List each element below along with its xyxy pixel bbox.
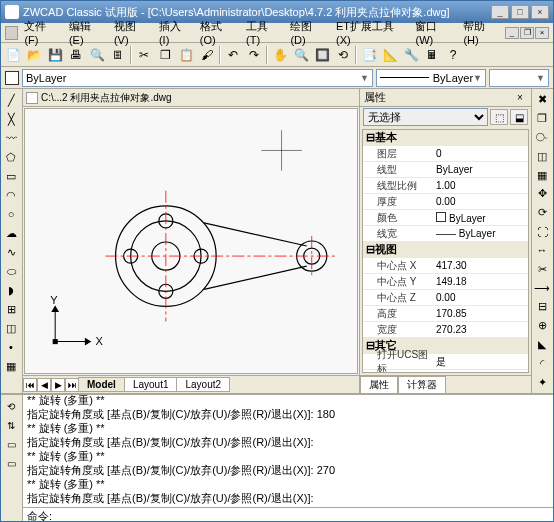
props-icon[interactable]: 📑 [359,45,379,65]
command-area: ⟲ ⇅ ▭ ▭ ** 旋转 **指定旋转角度或 [基点(B)/复制(C)/放弃(… [1,393,553,522]
offset-icon[interactable]: ◫ [533,147,551,165]
chamfer-icon[interactable]: ◣ [533,336,551,354]
properties-title: 属性 [364,90,386,105]
redo-icon[interactable]: ↷ [244,45,264,65]
match-icon[interactable]: 🖌 [197,45,217,65]
lineweight-select[interactable]: ▼ [489,69,549,87]
drawing-canvas[interactable]: X Y [24,108,358,374]
revcloud-icon[interactable]: ☁ [2,224,20,242]
calc-icon[interactable]: 🖩 [422,45,442,65]
zoom-prev-icon[interactable]: ⟲ [333,45,353,65]
cmd-nav1-icon[interactable]: ⟲ [2,397,20,415]
cmd-nav4-icon[interactable]: ▭ [2,454,20,472]
axis-y-label: Y [50,294,58,306]
point-icon[interactable]: • [2,338,20,356]
tab-calc[interactable]: 计算器 [398,376,446,394]
tab-layout1[interactable]: Layout1 [124,377,178,392]
menu-file[interactable]: 文件(F) [20,17,62,48]
menu-help[interactable]: 帮助(H) [459,17,503,48]
menu-draw[interactable]: 绘图(D) [286,17,330,48]
scale-icon[interactable]: ⛶ [533,223,551,241]
doc-icon [26,92,38,104]
explode-icon[interactable]: ✦ [533,373,551,391]
cut-icon[interactable]: ✂ [134,45,154,65]
zoom-icon[interactable]: 🔍 [291,45,311,65]
quick-select-icon[interactable]: ⬚ [490,109,508,125]
trim-icon[interactable]: ✂ [533,260,551,278]
menu-window[interactable]: 窗口(W) [411,17,457,48]
stretch-icon[interactable]: ↔ [533,242,551,260]
mirror-icon[interactable]: ⧃ [533,129,551,147]
rect-icon[interactable]: ▭ [2,167,20,185]
plot-icon[interactable]: 🗏 [108,45,128,65]
menu-view[interactable]: 视图(V) [110,17,153,48]
tab-next-icon[interactable]: ▶ [51,378,65,392]
ellipse-arc-icon[interactable]: ◗ [2,281,20,299]
arc-icon[interactable]: ◠ [2,186,20,204]
tab-prev-icon[interactable]: ◀ [37,378,51,392]
block-icon[interactable]: ◫ [2,319,20,337]
copy2-icon[interactable]: ❐ [533,110,551,128]
break-icon[interactable]: ⊟ [533,298,551,316]
tab-first-icon[interactable]: ⏮ [23,378,37,392]
doc-minimize-button[interactable]: _ [505,27,519,39]
app-menu-icon[interactable] [5,26,18,40]
print-icon[interactable]: 🖶 [66,45,86,65]
menu-format[interactable]: 格式(O) [196,17,240,48]
fillet-icon[interactable]: ◜ [533,354,551,372]
close-button[interactable]: × [531,5,549,19]
svg-rect-6 [53,340,57,344]
insert-icon[interactable]: ⊞ [2,300,20,318]
copy-icon[interactable]: ❐ [155,45,175,65]
move-icon[interactable]: ✥ [533,185,551,203]
command-history[interactable]: ** 旋转 **指定旋转角度或 [基点(B)/复制(C)/放弃(U)/参照(R)… [23,395,553,507]
linetype-select[interactable]: ByLayer▼ [376,69,486,87]
extend-icon[interactable]: ⟶ [533,279,551,297]
xline-icon[interactable]: ╳ [2,110,20,128]
tool-pal-icon[interactable]: 🔧 [401,45,421,65]
color-swatch[interactable] [5,71,19,85]
selection-combo[interactable]: 无选择 [363,108,488,126]
menu-tools[interactable]: 工具(T) [242,17,284,48]
doc-close-button[interactable]: × [535,27,549,39]
menu-edit[interactable]: 编辑(E) [65,17,108,48]
circle-icon[interactable]: ○ [2,205,20,223]
doc-restore-button[interactable]: ❐ [520,27,534,39]
pick-icon[interactable]: ⬓ [510,109,528,125]
pline-icon[interactable]: 〰 [2,129,20,147]
menu-et[interactable]: ET扩展工具(X) [332,17,409,48]
tab-model[interactable]: Model [78,377,125,392]
save-icon[interactable]: 💾 [45,45,65,65]
color-select[interactable]: ByLayer▼ [22,69,373,87]
help-icon[interactable]: ? [443,45,463,65]
hatch-icon[interactable]: ▦ [2,357,20,375]
new-icon[interactable]: 📄 [3,45,23,65]
menu-insert[interactable]: 插入(I) [155,17,194,48]
pan-icon[interactable]: ✋ [270,45,290,65]
undo-icon[interactable]: ↶ [223,45,243,65]
tab-last-icon[interactable]: ⏭ [65,378,79,392]
zoom-win-icon[interactable]: 🔲 [312,45,332,65]
design-icon[interactable]: 📐 [380,45,400,65]
properties-close-icon[interactable]: × [513,91,527,105]
cmd-nav3-icon[interactable]: ▭ [2,435,20,453]
polygon-icon[interactable]: ⬠ [2,148,20,166]
array-icon[interactable]: ▦ [533,166,551,184]
open-icon[interactable]: 📂 [24,45,44,65]
cmd-nav2-icon[interactable]: ⇅ [2,416,20,434]
paste-icon[interactable]: 📋 [176,45,196,65]
erase-icon[interactable]: ✖ [533,91,551,109]
command-input[interactable]: 命令: [23,507,553,522]
rotate-icon[interactable]: ⟳ [533,204,551,222]
properties-grid[interactable]: ⊟基本图层0线型ByLayer线型比例1.00厚度0.00颜色ByLayer线宽… [362,129,529,373]
line-icon[interactable]: ╱ [2,91,20,109]
doc-title: C:\...2 利用夹点拉伸对象.dwg [41,91,172,105]
join-icon[interactable]: ⊕ [533,317,551,335]
spline-icon[interactable]: ∿ [2,243,20,261]
tab-props[interactable]: 属性 [360,376,398,394]
maximize-button[interactable]: □ [511,5,529,19]
svg-line-14 [204,223,307,246]
tab-layout2[interactable]: Layout2 [176,377,230,392]
ellipse-icon[interactable]: ⬭ [2,262,20,280]
preview-icon[interactable]: 🔍 [87,45,107,65]
